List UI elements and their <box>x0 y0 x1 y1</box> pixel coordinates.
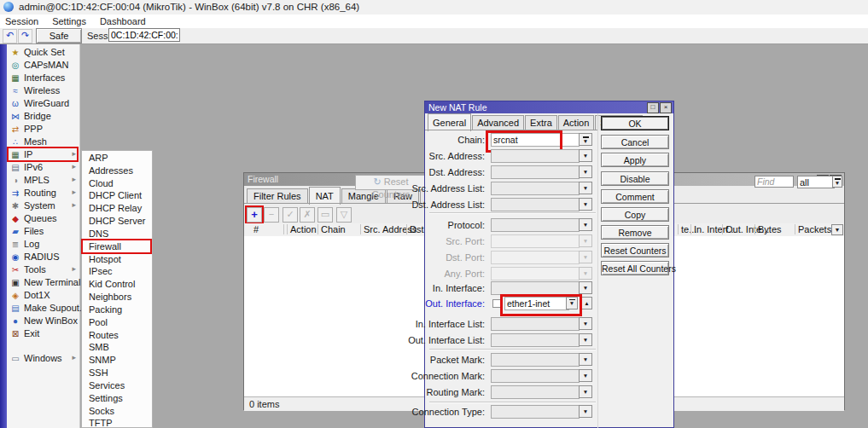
sidebar-item-ipv6[interactable]: ▤ IPv6 ▸ <box>7 161 79 174</box>
redo-button[interactable]: ↷ <box>18 29 32 43</box>
field-input[interactable] <box>491 182 580 195</box>
combo-list-button[interactable] <box>566 297 578 309</box>
field-input[interactable] <box>491 405 580 419</box>
sidebar-item-capsman[interactable]: ◎ CAPsMAN ▸ <box>7 59 79 72</box>
sidebar-item-log[interactable]: ≣ Log ▸ <box>7 238 79 251</box>
dropdown-arrow-button[interactable] <box>579 251 592 263</box>
button-cancel[interactable]: Cancel <box>601 135 669 149</box>
field-input[interactable] <box>491 149 580 163</box>
dropdown-arrow-button[interactable] <box>579 165 592 178</box>
tab-advanced[interactable]: Advanced <box>472 115 524 130</box>
tab-action[interactable]: Action <box>558 115 595 130</box>
sidebar-item-radius[interactable]: ◉ RADIUS ▸ <box>7 251 79 263</box>
undo-button[interactable]: ↶ <box>3 29 17 43</box>
session-input[interactable] <box>108 28 180 42</box>
dropdown-arrow-button[interactable] <box>579 234 592 247</box>
sidebar-item-new-winbox[interactable]: ● New WinBox ▸ <box>7 315 79 327</box>
dropdown-arrow-button[interactable] <box>579 149 592 162</box>
column-select-arrow-button[interactable]: ▼ <box>831 224 843 235</box>
button-comment[interactable]: Comment <box>601 189 669 204</box>
field-input[interactable] <box>491 218 580 232</box>
dialog-titlebar[interactable]: New NAT Rule □ × <box>425 101 673 113</box>
menu-item-neighbors[interactable]: Neighbors <box>82 291 152 304</box>
button-disable[interactable]: Disable <box>601 171 669 186</box>
toolbar-button-comment[interactable]: ▭ <box>317 207 333 223</box>
field-input[interactable] <box>491 353 580 367</box>
sidebar-item-new-terminal[interactable]: ▣ New Terminal ▸ <box>7 276 79 289</box>
menu-item-snmp[interactable]: SNMP <box>82 354 152 367</box>
sidebar-item-ip[interactable]: ▦ IP ▸ <box>7 148 79 161</box>
find-input[interactable] <box>754 176 794 188</box>
field-input[interactable] <box>491 165 580 179</box>
toolbar-button-remove[interactable]: − <box>264 207 279 223</box>
menu-settings[interactable]: Settings <box>47 15 95 27</box>
maximize-icon[interactable]: □ <box>647 102 659 113</box>
field-input[interactable] <box>491 333 580 347</box>
sidebar-item-make-supout-rif[interactable]: ▤ Make Supout.rif ▸ <box>7 302 79 315</box>
sidebar-item-ppp[interactable]: ⇄ PPP ▸ <box>7 123 79 136</box>
dropdown-arrow-button[interactable] <box>579 281 592 294</box>
dropdown-arrow-button[interactable] <box>579 267 592 280</box>
dropdown-arrow-button[interactable] <box>579 198 592 211</box>
sidebar-item-routing[interactable]: ⇉ Routing ▸ <box>7 187 79 200</box>
column-header-bytes[interactable]: Bytes <box>754 224 782 234</box>
tab-nat[interactable]: NAT <box>309 187 341 205</box>
menu-item-services[interactable]: Services <box>82 379 152 392</box>
sidebar-item-system[interactable]: ✱ System ▸ <box>7 200 79 212</box>
tab-extra[interactable]: Extra <box>525 115 557 130</box>
column-header-action[interactable]: Action <box>287 224 317 234</box>
sidebar-item-mpls[interactable]: ◑ MPLS ▸ <box>7 174 79 187</box>
menu-item-routes[interactable]: Routes <box>82 329 152 342</box>
menu-item-settings[interactable]: Settings <box>82 392 152 405</box>
dropdown-arrow-button[interactable] <box>579 369 592 382</box>
sidebar-item-windows[interactable]: ▭ Windows ▸ <box>7 352 79 365</box>
menu-session[interactable]: Session <box>0 15 47 27</box>
dropdown-arrow-button[interactable] <box>579 353 592 366</box>
field-input[interactable] <box>491 385 580 399</box>
menu-item-socks[interactable]: Socks <box>82 405 152 418</box>
sidebar-item-wireless[interactable]: ≈ Wireless ▸ <box>7 84 79 97</box>
sidebar-item-bridge[interactable]: ⋈ Bridge ▸ <box>7 110 79 123</box>
close-icon[interactable]: × <box>660 102 672 113</box>
button-reset-counters[interactable]: Reset Counters <box>601 243 669 257</box>
dropdown-arrow-button[interactable] <box>579 218 592 231</box>
menu-item-dhcp-relay[interactable]: DHCP Relay <box>82 202 152 215</box>
field-input[interactable] <box>491 369 580 383</box>
field-input[interactable] <box>491 281 580 295</box>
menu-item-addresses[interactable]: Addresses <box>82 165 152 177</box>
menu-item-kid-control[interactable]: Kid Control <box>82 278 152 291</box>
column-header-[interactable]: # <box>251 224 259 234</box>
menu-item-smb[interactable]: SMB <box>82 341 152 354</box>
toolbar-button-add[interactable]: + <box>247 207 262 223</box>
menu-item-hotspot[interactable]: Hotspot <box>82 253 152 266</box>
button-copy[interactable]: Copy <box>601 207 669 222</box>
button-ok[interactable]: OK <box>601 116 669 130</box>
safe-mode-button[interactable]: Safe Mode <box>36 28 82 43</box>
dropdown-arrow-button[interactable] <box>579 385 592 398</box>
sidebar-item-queues[interactable]: ◆ Queues ▸ <box>7 212 79 225</box>
menu-item-packing[interactable]: Packing <box>82 304 152 316</box>
field-input[interactable] <box>491 267 580 281</box>
field-input[interactable] <box>491 198 580 211</box>
filter-scope-dropdown[interactable]: all <box>797 176 835 188</box>
toolbar-button-enable[interactable]: ✓ <box>283 207 298 223</box>
sidebar-item-interfaces[interactable]: ▦ Interfaces ▸ <box>7 72 79 84</box>
button-reset-all-counters[interactable]: Reset All Counters <box>601 261 669 275</box>
sidebar-item-quick-set[interactable]: ★ Quick Set ▸ <box>7 46 79 59</box>
menu-item-cloud[interactable]: Cloud <box>82 177 152 190</box>
column-header-packets[interactable]: Packets <box>795 224 831 234</box>
field-input[interactable]: srcnat <box>491 133 580 147</box>
menu-item-pool[interactable]: Pool <box>82 316 152 329</box>
menu-item-arp[interactable]: ARP <box>82 152 152 165</box>
field-input[interactable] <box>491 317 580 331</box>
column-header-chain[interactable]: Chain <box>317 224 346 234</box>
field-input[interactable]: ether1-inet <box>504 297 569 310</box>
dropdown-arrow-button[interactable] <box>581 297 592 309</box>
menu-item-firewall[interactable]: Firewall <box>82 240 152 253</box>
menu-item-ipsec[interactable]: IPsec <box>82 265 152 278</box>
dropdown-arrow-button[interactable] <box>579 133 592 146</box>
button-remove[interactable]: Remove <box>601 225 669 240</box>
field-input[interactable] <box>491 251 580 264</box>
toolbar-button-filter[interactable]: ▽ <box>336 207 352 223</box>
dropdown-arrow-button[interactable] <box>579 405 592 418</box>
